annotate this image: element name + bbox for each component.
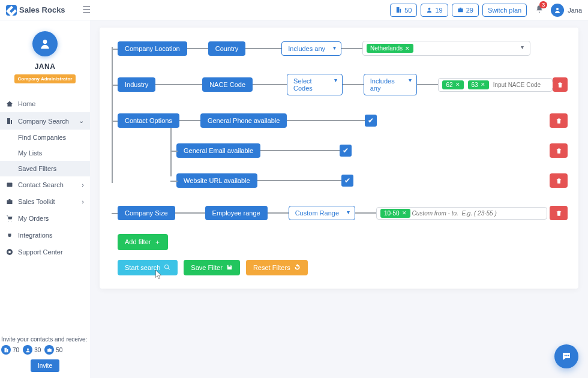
credits-contacts-button[interactable]: 19 [421, 4, 448, 17]
chevron-right-icon: › [82, 181, 84, 188]
checkbox-website[interactable]: ✔ [341, 175, 353, 187]
remove-icon[interactable]: ✕ [402, 210, 407, 216]
save-icon [226, 264, 233, 271]
menu-toggle-icon[interactable]: ☰ [82, 4, 91, 16]
svg-point-7 [165, 265, 169, 268]
nav-support[interactable]: Support Center [0, 244, 90, 260]
remove-icon[interactable]: ✕ [455, 82, 460, 88]
delete-filter-button[interactable] [550, 113, 568, 128]
cart-icon [6, 215, 13, 222]
briefcase-icon [6, 198, 13, 205]
nav-sales-toolkit[interactable]: Sales Toolkit› [0, 193, 90, 210]
building-icon [6, 118, 13, 125]
invite-chip-companies: 70 [1, 345, 19, 355]
filter-param-country[interactable]: Country [208, 41, 246, 56]
reset-filters-button[interactable]: Reset Filters [246, 260, 308, 275]
cursor-icon [155, 269, 163, 280]
user-icon [426, 7, 433, 13]
contact-option-email[interactable]: General Email available [176, 143, 260, 158]
nav-home[interactable]: Home [0, 95, 90, 112]
country-pill[interactable]: Netherlands✕ [367, 44, 413, 53]
chevron-right-icon: › [82, 198, 84, 205]
start-search-button[interactable]: Start search [118, 260, 178, 275]
profile-name: JANA [35, 62, 56, 71]
trash-icon [556, 210, 562, 217]
role-badge: Company Administrator [14, 74, 76, 83]
notifications-button[interactable]: 3 [535, 5, 544, 16]
operator-select-location[interactable]: Includes any [281, 41, 341, 56]
add-filter-button[interactable]: Add filter ＋ [118, 234, 168, 250]
briefcase-icon [44, 345, 54, 355]
delete-filter-button[interactable] [550, 143, 568, 158]
logo-icon [6, 5, 17, 16]
filter-param-nace[interactable]: NACE Code [202, 77, 253, 92]
nav-company-search[interactable]: Company Search⌄ [0, 112, 90, 130]
switch-plan-button[interactable]: Switch plan [482, 4, 527, 17]
nav-saved-filters[interactable]: Saved Filters [0, 161, 90, 176]
nace-code-select[interactable]: Select Codes [287, 74, 343, 95]
delete-filter-button[interactable] [550, 173, 568, 188]
credits-toolkit-button[interactable]: 29 [452, 4, 479, 17]
trash-icon [556, 118, 562, 124]
building-icon [1, 345, 11, 355]
plug-icon [6, 232, 13, 239]
profile-block: JANA Company Administrator [0, 20, 90, 89]
plus-icon: ＋ [154, 238, 161, 247]
delete-filter-button[interactable] [553, 77, 568, 92]
employee-range-input-wrap[interactable]: 10-50✕ [376, 207, 547, 220]
remove-icon[interactable]: ✕ [405, 46, 410, 52]
trash-icon [557, 82, 563, 88]
notification-count: 3 [539, 1, 547, 8]
filter-group-company-location[interactable]: Company Location [118, 41, 187, 56]
svg-point-10 [568, 355, 569, 356]
app-logo: Sales Rocks [6, 5, 65, 16]
user-menu[interactable]: Jana [551, 4, 582, 17]
filter-group-industry[interactable]: Industry [118, 77, 155, 92]
filter-group-company-size[interactable]: Company Size [118, 206, 175, 220]
lifebuoy-icon [6, 248, 13, 256]
svg-rect-3 [7, 183, 13, 187]
nace-code-pill[interactable]: 62✕ [442, 80, 463, 89]
chat-icon [561, 351, 572, 362]
save-filter-button[interactable]: Save Filter [184, 260, 240, 275]
operator-select-industry[interactable]: Includes any [364, 74, 418, 95]
trash-icon [556, 178, 562, 184]
employee-range-input[interactable] [412, 210, 543, 217]
svg-point-0 [428, 8, 431, 10]
range-pill[interactable]: 10-50✕ [380, 209, 410, 218]
chevron-down-icon: ⌄ [79, 117, 84, 125]
profile-avatar-icon [32, 31, 58, 56]
invite-chip-toolkit: 50 [44, 345, 62, 355]
brand-text: Sales Rocks [19, 5, 65, 14]
checkbox-phone[interactable]: ✔ [365, 115, 377, 127]
employee-range-select[interactable]: Custom Range [289, 206, 355, 220]
svg-point-1 [556, 8, 559, 10]
nav-my-orders[interactable]: My Orders [0, 210, 90, 227]
credits-companies-button[interactable]: 50 [390, 4, 417, 17]
country-multiselect[interactable]: Netherlands✕ [362, 41, 530, 56]
invite-button[interactable]: Invite [31, 359, 59, 372]
contact-option-website[interactable]: Website URL available [176, 173, 257, 188]
nav-find-companies[interactable]: Find Companies [0, 130, 90, 145]
nav-contact-search[interactable]: Contact Search› [0, 176, 90, 193]
id-card-icon [6, 181, 13, 188]
nace-code-pill[interactable]: 63✕ [468, 80, 489, 89]
nav-my-lists[interactable]: My Lists [0, 145, 90, 161]
trash-icon [556, 148, 562, 154]
svg-point-6 [27, 348, 29, 350]
nav-integrations[interactable]: Integrations [0, 227, 90, 244]
filter-param-employee-range[interactable]: Employee range [205, 206, 268, 220]
filter-group-contact-options[interactable]: Contact Options [118, 113, 179, 128]
invite-chip-contacts: 30 [23, 345, 41, 355]
invite-title: Invite your contacts and receive: [1, 336, 89, 343]
remove-icon[interactable]: ✕ [481, 82, 485, 88]
reset-icon [294, 264, 301, 271]
chat-fab[interactable] [554, 344, 578, 368]
building-icon [395, 7, 402, 13]
search-icon [164, 264, 170, 271]
delete-filter-button[interactable] [550, 206, 568, 220]
nace-code-input-wrap[interactable]: 62✕ 63✕ [438, 78, 553, 92]
avatar-icon [551, 4, 564, 17]
contact-option-phone[interactable]: General Phone available [200, 113, 287, 128]
checkbox-email[interactable]: ✔ [340, 145, 352, 157]
